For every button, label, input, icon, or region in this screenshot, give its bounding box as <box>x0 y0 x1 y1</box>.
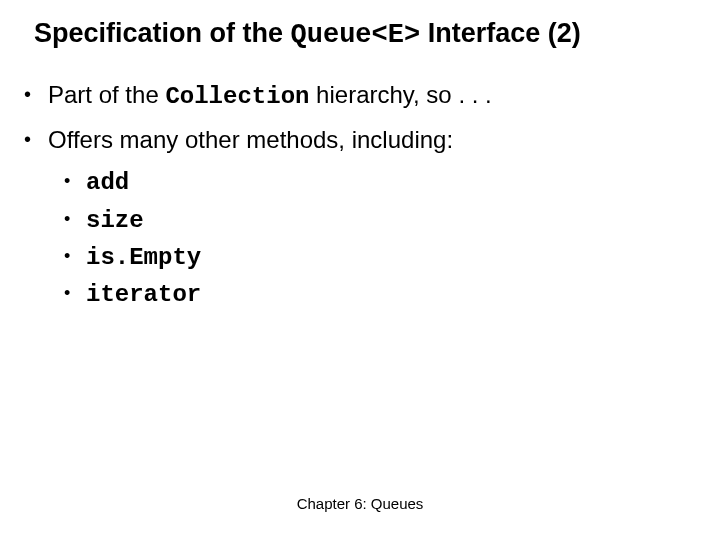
slide: Specification of the Queue<E> Interface … <box>0 0 720 540</box>
bullet-dot-icon: • <box>64 164 86 198</box>
bullet-dot-icon: • <box>64 239 86 273</box>
slide-title: Specification of the Queue<E> Interface … <box>34 18 700 50</box>
bullet-level2: • iterator <box>64 276 690 313</box>
title-post: Interface (2) <box>420 18 581 48</box>
bullet-dot-icon: • <box>64 202 86 236</box>
title-code: Queue<E> <box>291 20 421 50</box>
title-pre: Specification of the <box>34 18 291 48</box>
subbullet-text: iterator <box>86 276 690 313</box>
bullet-dot-icon: • <box>20 76 48 112</box>
bullet-level2: • add <box>64 164 690 201</box>
bullet-post: hierarchy, so . . . <box>309 81 491 108</box>
subbullet-text: add <box>86 164 690 201</box>
bullet-pre: Part of the <box>48 81 165 108</box>
bullet-level2: • size <box>64 202 690 239</box>
bullet-level1: • Part of the Collection hierarchy, so .… <box>20 76 690 115</box>
bullet-level1: • Offers many other methods, including: <box>20 121 690 158</box>
slide-footer: Chapter 6: Queues <box>0 495 720 512</box>
slide-body: • Part of the Collection hierarchy, so .… <box>20 76 690 313</box>
subbullet-text: is.Empty <box>86 239 690 276</box>
bullet-dot-icon: • <box>64 276 86 310</box>
bullet-text: Part of the Collection hierarchy, so . .… <box>48 76 690 115</box>
bullet-dot-icon: • <box>20 121 48 157</box>
subbullet-text: size <box>86 202 690 239</box>
bullet-text: Offers many other methods, including: <box>48 121 690 158</box>
bullet-level2: • is.Empty <box>64 239 690 276</box>
bullet-pre: Offers many other methods, including: <box>48 126 453 153</box>
bullet-code: Collection <box>165 83 309 110</box>
